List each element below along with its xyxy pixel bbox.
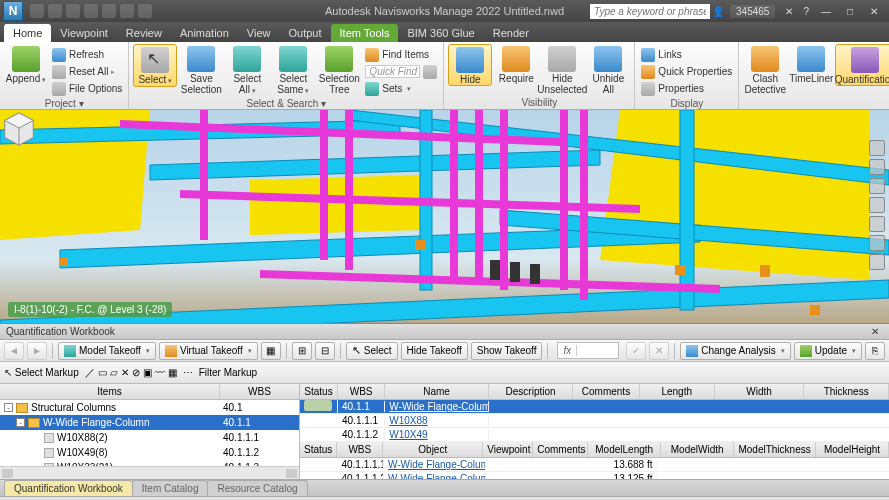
tab-review[interactable]: Review bbox=[117, 24, 171, 42]
minimize-button[interactable]: — bbox=[815, 3, 837, 19]
qt-export-button[interactable]: ⎘ bbox=[865, 342, 885, 360]
g1-col-thickness[interactable]: Thickness bbox=[804, 384, 889, 399]
app-logo[interactable]: N bbox=[3, 1, 23, 21]
qtab-quantification-workbook[interactable]: Quantification Workbook bbox=[4, 480, 133, 496]
nav-zoom-icon[interactable] bbox=[869, 178, 885, 194]
table-row[interactable]: 40.1.1.1.1W-Wide Flange-Column13.688 ft bbox=[300, 458, 889, 472]
hide-takeoff-button[interactable]: Hide Takeoff bbox=[401, 342, 468, 360]
nav-select-icon[interactable] bbox=[869, 254, 885, 270]
col-wbs[interactable]: WBS bbox=[219, 384, 299, 399]
quick-find-input[interactable]: Quick Find bbox=[363, 63, 439, 80]
help-icon[interactable]: ? bbox=[799, 6, 813, 17]
g1-col-comments[interactable]: Comments bbox=[573, 384, 639, 399]
g2-col-viewpoint[interactable]: Viewpoint bbox=[483, 442, 533, 457]
nav-wheel-icon[interactable] bbox=[869, 140, 885, 156]
tab-bim-360-glue[interactable]: BIM 360 Glue bbox=[398, 24, 483, 42]
tree-row[interactable]: -W-Wide Flange-Column40.1.1 bbox=[0, 415, 299, 430]
save-selection-button[interactable]: Save Selection bbox=[179, 44, 223, 95]
clash-detective-button[interactable]: Clash Detective bbox=[743, 44, 787, 95]
timeliner-button[interactable]: TimeLiner bbox=[789, 44, 833, 84]
append-button[interactable]: Append bbox=[4, 44, 48, 85]
g2-col-modelthickness[interactable]: ModelThickness bbox=[734, 442, 816, 457]
tab-viewpoint[interactable]: Viewpoint bbox=[51, 24, 117, 42]
quantification-button[interactable]: Quantification bbox=[835, 44, 889, 86]
update-button[interactable]: Update bbox=[794, 342, 862, 360]
qt-select-button[interactable]: ↖Select bbox=[346, 342, 398, 360]
qat-undo-icon[interactable] bbox=[84, 4, 98, 18]
viewport-3d[interactable]: I-8(1)-10(-2) - F.C. @ Level 3 (-28) bbox=[0, 110, 889, 323]
table-row[interactable]: 40.1.1.1.2W-Wide Flange-Column13.125 ft bbox=[300, 472, 889, 479]
g1-col-name[interactable]: Name bbox=[385, 384, 488, 399]
g2-col-modelheight[interactable]: ModelHeight bbox=[816, 442, 889, 457]
select-same-button[interactable]: Select Same bbox=[271, 44, 315, 96]
hide-unselected-button[interactable]: Hide Unselected bbox=[540, 44, 584, 95]
links-button[interactable]: Links bbox=[639, 46, 734, 63]
tab-animation[interactable]: Animation bbox=[171, 24, 238, 42]
g2-col-comments[interactable]: Comments bbox=[533, 442, 588, 457]
tree-hscroll[interactable] bbox=[0, 466, 299, 479]
qat-more-icon[interactable] bbox=[138, 4, 152, 18]
tab-view[interactable]: View bbox=[238, 24, 280, 42]
markup-rect-button[interactable]: ▭ bbox=[98, 367, 107, 378]
qt-nav-back-button[interactable]: ◄ bbox=[4, 342, 24, 360]
tab-item-tools[interactable]: Item Tools bbox=[331, 24, 399, 42]
require-button[interactable]: Require bbox=[494, 44, 538, 84]
tab-output[interactable]: Output bbox=[280, 24, 331, 42]
col-items[interactable]: Items bbox=[0, 384, 219, 399]
qt-grid-button[interactable]: ▦ bbox=[261, 342, 281, 360]
markup-more-button[interactable]: ⋯ bbox=[183, 367, 193, 378]
tab-render[interactable]: Render bbox=[484, 24, 538, 42]
qtab-resource-catalog[interactable]: Resource Catalog bbox=[207, 480, 307, 496]
g2-col-modelwidth[interactable]: ModelWidth bbox=[661, 442, 734, 457]
hide-button[interactable]: Hide bbox=[448, 44, 492, 86]
g1-col-wbs[interactable]: WBS bbox=[338, 384, 385, 399]
markup-count-button[interactable]: ✕ bbox=[121, 367, 129, 378]
markup-backout-button[interactable]: ⊘ bbox=[132, 367, 140, 378]
table-row[interactable]: 40.1.1W-Wide Flange-Column bbox=[300, 400, 889, 414]
g2-col-wbs[interactable]: WBS bbox=[337, 442, 383, 457]
filter-markup-button[interactable]: Filter Markup bbox=[199, 367, 257, 378]
qat-print-icon[interactable] bbox=[66, 4, 80, 18]
g1-col-desc[interactable]: Description bbox=[489, 384, 574, 399]
fx-cancel-button[interactable]: ✕ bbox=[649, 342, 669, 360]
refresh-button[interactable]: Refresh bbox=[50, 46, 124, 63]
g1-col-status[interactable]: Status bbox=[300, 384, 338, 399]
tree-row[interactable]: -Structural Columns40.1 bbox=[0, 400, 299, 415]
change-analysis-button[interactable]: Change Analysis bbox=[680, 342, 791, 360]
nav-walk-icon[interactable] bbox=[869, 235, 885, 251]
markup-area-button[interactable]: ▱ bbox=[110, 367, 118, 378]
virtual-takeoff-button[interactable]: Virtual Takeoff bbox=[159, 342, 258, 360]
help-search-input[interactable] bbox=[590, 4, 710, 19]
select-button[interactable]: ↖Select bbox=[133, 44, 177, 87]
nav-look-icon[interactable] bbox=[869, 216, 885, 232]
formula-bar[interactable]: fx bbox=[557, 342, 619, 359]
select-all-button[interactable]: Select All bbox=[225, 44, 269, 96]
panel-close-icon[interactable]: ✕ bbox=[867, 326, 883, 337]
maximize-button[interactable]: □ bbox=[839, 3, 861, 19]
fx-accept-button[interactable]: ✓ bbox=[626, 342, 646, 360]
unhide-all-button[interactable]: Unhide All bbox=[586, 44, 630, 95]
table-row[interactable]: 40.1.1.2W10X49 bbox=[300, 428, 889, 442]
properties-button[interactable]: Properties bbox=[639, 80, 734, 97]
qat-open-icon[interactable] bbox=[30, 4, 44, 18]
reset-all-button[interactable]: Reset All▸ bbox=[50, 63, 124, 80]
markup-polyline-button[interactable]: 〰 bbox=[155, 367, 165, 378]
qt-nav-fwd-button[interactable]: ► bbox=[27, 342, 47, 360]
show-takeoff-button[interactable]: Show Takeoff bbox=[471, 342, 543, 360]
exchange-icon[interactable]: ✕ bbox=[781, 6, 797, 17]
qat-select-icon[interactable] bbox=[120, 4, 134, 18]
nav-orbit-icon[interactable] bbox=[869, 197, 885, 213]
close-button[interactable]: ✕ bbox=[863, 3, 885, 19]
file-options-button[interactable]: File Options bbox=[50, 80, 124, 97]
tab-home[interactable]: Home bbox=[4, 24, 51, 42]
tree-row[interactable]: W10X49(8)40.1.1.2 bbox=[0, 445, 299, 460]
g2-col-status[interactable]: Status bbox=[300, 442, 337, 457]
selection-tree-button[interactable]: Selection Tree bbox=[317, 44, 361, 95]
nav-pan-icon[interactable] bbox=[869, 159, 885, 175]
qt-expand-button[interactable]: ⊞ bbox=[292, 342, 312, 360]
expander-icon[interactable]: - bbox=[16, 418, 25, 427]
qtab-item-catalog[interactable]: Item Catalog bbox=[132, 480, 209, 496]
qat-redo-icon[interactable] bbox=[102, 4, 116, 18]
sets-button[interactable]: Sets bbox=[363, 80, 439, 97]
g2-col-modellength[interactable]: ModelLength bbox=[588, 442, 661, 457]
